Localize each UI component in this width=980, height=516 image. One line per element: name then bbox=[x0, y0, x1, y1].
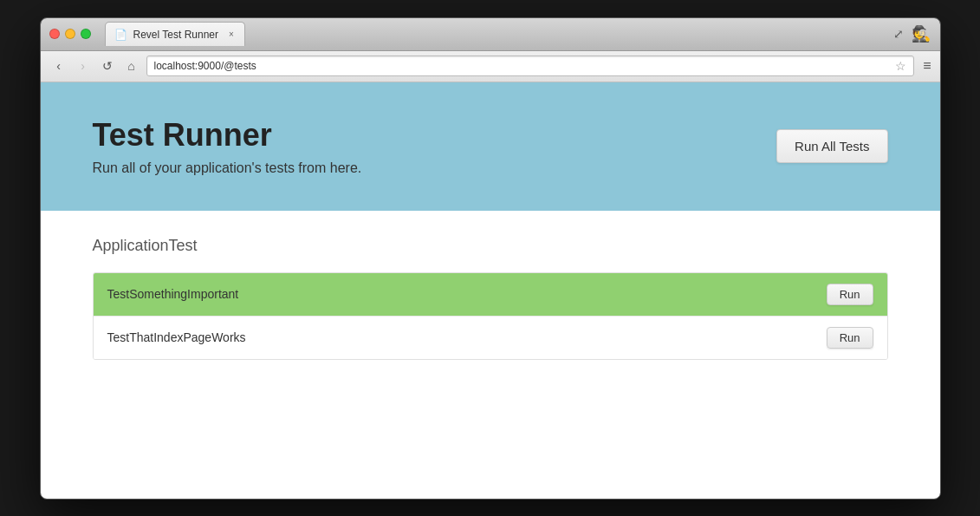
close-button[interactable] bbox=[49, 29, 60, 39]
expand-icon[interactable]: ⤢ bbox=[893, 27, 904, 41]
window-controls-right: ⤢ 🕵️ bbox=[893, 23, 931, 44]
run-test-button[interactable]: Run bbox=[827, 327, 873, 349]
tab-title: Revel Test Runner bbox=[133, 29, 219, 41]
back-button[interactable]: ‹ bbox=[49, 56, 68, 75]
header-text: Test Runner Run all of your application'… bbox=[93, 117, 362, 176]
test-row: TestSomethingImportant Run bbox=[94, 273, 887, 317]
reload-button[interactable]: ↺ bbox=[98, 56, 117, 75]
browser-window: 📄 Revel Test Runner × ⤢ 🕵️ ‹ › ↺ ⌂ local… bbox=[40, 17, 941, 500]
header-banner: Test Runner Run all of your application'… bbox=[41, 82, 940, 211]
test-list: TestSomethingImportant Run TestThatIndex… bbox=[93, 272, 888, 360]
page-subtitle: Run all of your application's tests from… bbox=[93, 160, 362, 176]
section-title: ApplicationTest bbox=[93, 237, 888, 255]
title-bar: 📄 Revel Test Runner × ⤢ 🕵️ bbox=[41, 18, 940, 51]
home-button[interactable]: ⌂ bbox=[122, 56, 141, 75]
run-test-button[interactable]: Run bbox=[827, 284, 873, 305]
test-name: TestSomethingImportant bbox=[107, 287, 827, 301]
nav-bar: ‹ › ↺ ⌂ localhost:9000/@tests ☆ ≡ bbox=[41, 51, 940, 82]
test-row: TestThatIndexPageWorks Run bbox=[94, 317, 887, 359]
maximize-button[interactable] bbox=[81, 29, 91, 39]
new-tab-area[interactable] bbox=[247, 22, 282, 46]
active-tab[interactable]: 📄 Revel Test Runner × bbox=[105, 22, 246, 46]
minimize-button[interactable] bbox=[65, 29, 75, 39]
page-content: Test Runner Run all of your application'… bbox=[41, 82, 940, 499]
user-avatar-icon: 🕵️ bbox=[911, 23, 931, 44]
bookmark-icon[interactable]: ☆ bbox=[895, 59, 906, 73]
forward-button[interactable]: › bbox=[74, 56, 93, 75]
address-text: localhost:9000/@tests bbox=[154, 60, 892, 72]
browser-menu-icon[interactable]: ≡ bbox=[923, 58, 931, 74]
page-title: Test Runner bbox=[93, 117, 362, 153]
page-icon: 📄 bbox=[114, 29, 127, 41]
traffic-lights bbox=[49, 29, 91, 39]
test-name: TestThatIndexPageWorks bbox=[107, 330, 827, 344]
test-section: ApplicationTest TestSomethingImportant R… bbox=[41, 211, 940, 386]
tab-area: 📄 Revel Test Runner × bbox=[105, 22, 886, 46]
run-all-tests-button[interactable]: Run All Tests bbox=[776, 129, 887, 163]
tab-close-button[interactable]: × bbox=[225, 29, 237, 41]
address-bar[interactable]: localhost:9000/@tests ☆ bbox=[146, 56, 915, 76]
